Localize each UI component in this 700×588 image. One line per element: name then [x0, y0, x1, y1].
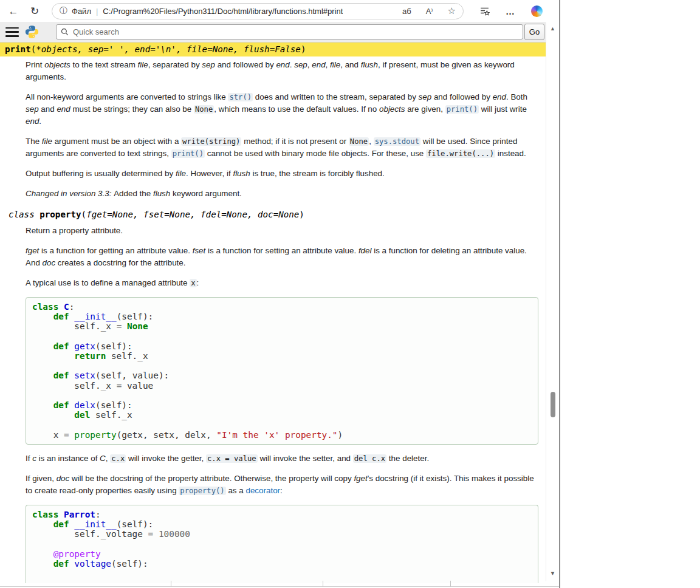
search-input[interactable]	[73, 27, 518, 36]
menu-bar	[5, 35, 19, 37]
site-info-icon[interactable]: ⓘ	[60, 5, 67, 16]
menu-bar	[5, 31, 19, 33]
browser-toolbar: ← ↻ ⓘ Файл | C:/Program%20Files/Python31…	[0, 0, 559, 22]
link[interactable]: property()	[179, 487, 225, 495]
menu-bar	[5, 27, 19, 29]
property-description: Return a property attribute. fget is a f…	[26, 225, 538, 583]
print-description: Print objects to the text stream file, s…	[26, 59, 538, 200]
bottom-divider	[0, 586, 559, 587]
scroll-up-icon[interactable]: ▲	[546, 26, 559, 32]
doc-paragraph: Print objects to the text stream file, s…	[26, 59, 538, 83]
translate-icon[interactable]: аб	[402, 7, 411, 16]
function-definitions: print(*objects, sep=' ', end='\n', file=…	[0, 43, 546, 583]
bottom-tick	[450, 581, 451, 587]
add-favorite-star-icon[interactable]: ☆	[448, 5, 456, 16]
doc-paragraph: Return a property attribute.	[26, 225, 538, 237]
search-go-button[interactable]: Go	[524, 24, 544, 40]
doc-paragraph: If given, doc will be the docstring of t…	[26, 473, 538, 497]
doc-paragraph: fget is a function for getting an attrib…	[26, 245, 538, 269]
version-changed-note: Changed in version 3.3: Added the flush …	[26, 188, 538, 200]
scrollbar[interactable]: ▲ ▼	[546, 22, 559, 581]
link[interactable]: print()	[445, 105, 479, 114]
favorites-hub-glyph	[479, 6, 490, 16]
python-logo-glyph	[25, 25, 39, 39]
bottom-tick	[323, 581, 323, 587]
code-block-class-parrot: class Parrot: def __init__(self): self._…	[26, 505, 538, 583]
menu-icon[interactable]	[5, 27, 19, 37]
search-icon	[61, 28, 69, 36]
docs-header-bar: Go	[0, 22, 546, 43]
doc-page: print(*objects, sep=' ', end='\n', file=…	[0, 43, 546, 588]
doc-paragraph: If c is an instance of C, c.x will invok…	[26, 453, 538, 465]
read-aloud-icon[interactable]: A⁾	[426, 7, 433, 16]
link[interactable]: decorator	[245, 486, 280, 495]
settings-more-icon[interactable]: …	[506, 6, 515, 16]
file-protocol-label: Файл	[72, 7, 91, 16]
doc-paragraph: The file argument must be an object with…	[26, 135, 538, 160]
bottom-tick	[171, 581, 171, 587]
desktop: ← ↻ ⓘ Файл | C:/Program%20Files/Python31…	[0, 0, 700, 588]
link[interactable]: print()	[171, 149, 205, 158]
doc-paragraph: All non-keyword arguments are converted …	[26, 91, 538, 128]
doc-paragraph: Output buffering is usually determined b…	[26, 168, 538, 180]
search-box[interactable]	[56, 24, 523, 39]
doc-paragraph: A typical use is to define a managed att…	[26, 277, 538, 289]
code-block-class-c: class C: def __init__(self): self._x = N…	[26, 297, 538, 445]
python-logo-icon[interactable]	[25, 25, 39, 39]
print-signature: print(*objects, sep=' ', end='\n', file=…	[0, 43, 546, 56]
link[interactable]: sys.stdout	[374, 137, 420, 146]
browser-window: ← ↻ ⓘ Файл | C:/Program%20Files/Python31…	[0, 0, 560, 588]
copilot-icon[interactable]	[531, 5, 543, 17]
link[interactable]: str()	[228, 93, 253, 101]
favorites-hub-icon[interactable]	[479, 6, 490, 16]
address-bar[interactable]: ⓘ Файл | C:/Program%20Files/Python311/Do…	[52, 3, 464, 19]
property-signature: class property(fget=None, fset=None, fde…	[9, 210, 538, 219]
scrollbar-thumb[interactable]	[551, 392, 555, 417]
refresh-button[interactable]: ↻	[27, 3, 43, 19]
scroll-down-icon[interactable]: ▼	[546, 570, 559, 576]
address-divider: |	[96, 7, 98, 16]
back-button[interactable]: ←	[5, 3, 21, 19]
url-text[interactable]: C:/Program%20Files/Python311/Doc/html/li…	[103, 7, 343, 16]
